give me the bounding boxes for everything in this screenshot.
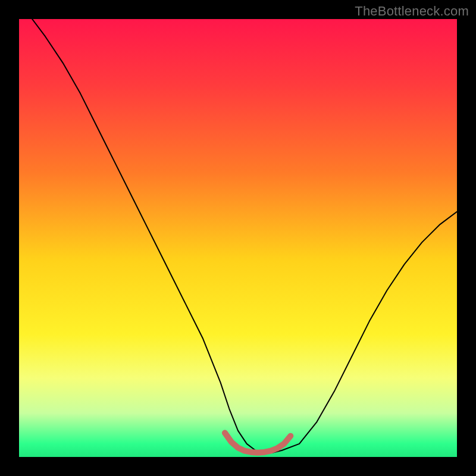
watermark-text: TheBottleneck.com [355,4,469,19]
chart-svg [19,19,457,457]
plot-area [19,19,457,457]
background-gradient [19,19,457,457]
chart-stage: TheBottleneck.com [0,0,476,476]
